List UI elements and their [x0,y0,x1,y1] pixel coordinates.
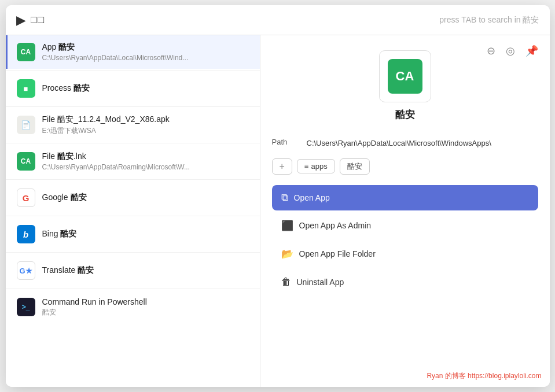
item-title: File 酷安.lnk [42,151,190,162]
open-app-button[interactable]: ⧉ Open App [272,185,538,210]
item-text: App 酷安 C:\Users\Ryan\AppData\Local\Micro… [42,42,189,62]
folder-label: Open App File Folder [299,249,376,258]
item-title: File 酷安_11.2.4_Mod_V2_X86.apk [42,114,170,125]
list-item-file-lnk[interactable]: CA File 酷安.lnk C:\Users\Ryan\AppData\Roa… [6,145,260,178]
item-title: Process 酷安 [42,83,90,94]
list-item-bing-kuaan[interactable]: b Bing 酷安 [6,217,260,251]
item-icon: >_ [17,298,35,316]
list-item-file-apk[interactable]: 📄 File 酷安_11.2.4_Mod_V2_X86.apk E:\迅雷下载\… [6,108,260,142]
eye-button[interactable]: ◎ [503,43,517,58]
item-title: Google 酷安 [42,193,87,203]
item-icon: 📄 [17,116,35,134]
item-icon: G★ [17,261,35,280]
open-admin-label: Open App As Admin [299,221,372,230]
item-icon: G [17,188,35,207]
minus-button[interactable]: ⊖ [484,43,498,58]
path-value: C:\Users\Ryan\AppData\Local\Microsoft\Wi… [307,138,491,149]
item-icon: ■ [17,79,35,98]
app-icon-inner: CA [388,59,422,94]
list-item-translate-kuaan[interactable]: G★ Translate 酷安 [6,254,260,287]
uninstall-label: Uninstall App [297,278,344,287]
item-text: Bing 酷安 [42,229,77,239]
tags-row: + ≡ apps 酷安 [272,158,538,175]
uninstall-app-button[interactable]: 🗑 Uninstall App [272,269,538,295]
item-icon: CA [17,152,35,171]
detail-panel: ⊖ ◎ 📌 CA 酷安 Path C:\Users\Ryan\AppData\L… [260,35,550,387]
item-title: Translate 酷安 [42,265,94,276]
content-area: CA App 酷安 C:\Users\Ryan\AppData\Local\Mi… [6,35,550,387]
item-icon: b [17,225,35,243]
item-title: App 酷安 [42,42,189,53]
tag-apps[interactable]: ≡ apps [297,159,335,173]
folder-icon: 📂 [281,248,293,260]
item-icon: CA [17,43,35,61]
arrow-icon: ▶ [16,13,25,27]
item-text: Translate 酷安 [42,265,94,276]
open-admin-icon: ⬛ [281,220,293,232]
list-item-process-kuaan[interactable]: ■ Process 酷安 [6,72,260,105]
detail-top-actions: ⊖ ◎ 📌 [484,43,541,58]
open-app-label: Open App [294,193,330,202]
results-list: CA App 酷安 C:\Users\Ryan\AppData\Local\Mi… [6,35,260,387]
open-file-folder-button[interactable]: 📂 Open App File Folder [272,241,538,267]
item-text: Google 酷安 [42,193,87,203]
action-buttons: ⧉ Open App ⬛ Open App As Admin 📂 Open Ap… [272,185,538,295]
trash-icon: 🗑 [281,276,291,288]
open-app-admin-button[interactable]: ⬛ Open App As Admin [272,213,538,239]
search-header: ▶ press TAB to search in 酷安 [6,5,550,35]
path-label: Path [272,138,301,149]
list-item-app-kuaan[interactable]: CA App 酷安 C:\Users\Ryan\AppData\Local\Mi… [6,35,260,69]
item-text: Command Run in Powershell 酷安 [42,297,147,317]
item-title: Command Run in Powershell [42,297,147,306]
item-text: File 酷安_11.2.4_Mod_V2_X86.apk E:\迅雷下载\WS… [42,114,170,136]
tag-kuaan[interactable]: 酷安 [340,158,370,175]
pin-button[interactable]: 📌 [523,43,541,58]
search-hint: press TAB to search in 酷安 [439,15,539,25]
footer-credit: Ryan 的博客 https://blog.iplayloli.com [427,371,541,381]
add-tag-button[interactable]: + [272,158,292,175]
item-text: Process 酷安 [42,83,90,94]
open-app-icon: ⧉ [281,192,288,204]
item-text: File 酷安.lnk C:\Users\Ryan\AppData\Roamin… [42,151,190,171]
app-preview: CA 酷安 [272,50,538,128]
list-item-google-kuaan[interactable]: G Google 酷安 [6,181,260,215]
list-item-command-powershell[interactable]: >_ Command Run in Powershell 酷安 [6,290,260,324]
app-name: 酷安 [395,108,415,121]
app-icon-large: CA [379,50,431,102]
path-row: Path C:\Users\Ryan\AppData\Local\Microso… [272,138,538,149]
launcher-window: ▶ press TAB to search in 酷安 CA App 酷安 C:… [6,5,550,387]
item-title: Bing 酷安 [42,229,77,239]
search-input[interactable] [31,14,440,26]
